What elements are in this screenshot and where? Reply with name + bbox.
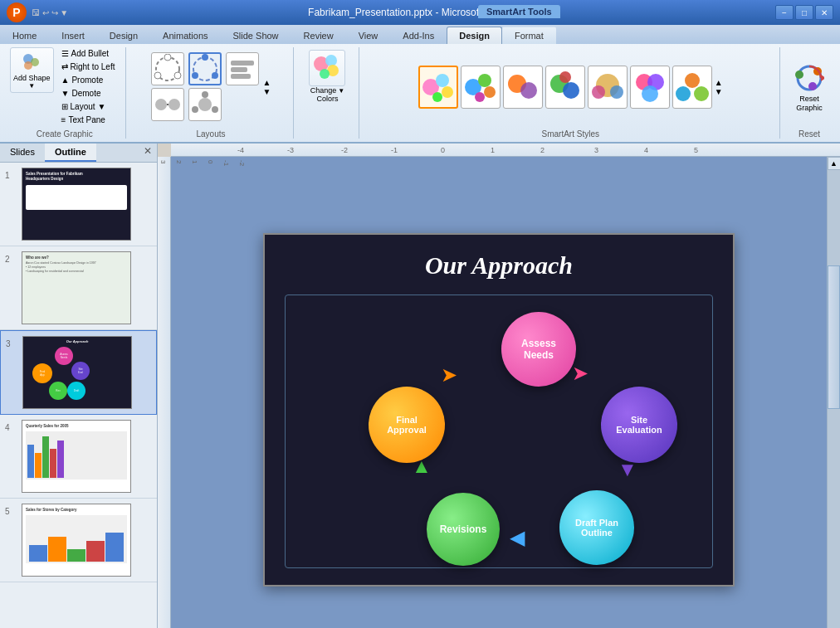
styles-scroll-up[interactable]: ▲ — [715, 78, 723, 87]
layout-swatch-1[interactable] — [151, 52, 184, 85]
style-swatches — [418, 66, 712, 109]
slide-canvas: Our Approach AssessNeeds ➤ SiteEvaluatio… — [263, 233, 735, 587]
tab-design[interactable]: Design — [97, 27, 150, 44]
svg-point-22 — [325, 55, 337, 66]
circle-final-approval[interactable]: FinalApproval — [369, 387, 445, 463]
tab-animations[interactable]: Animations — [150, 27, 220, 44]
slide-item-2[interactable]: 2 Who are we? Aaron Cox started Contoso … — [0, 246, 157, 330]
close-button[interactable]: ✕ — [815, 5, 833, 20]
small-buttons: ☰ Add Bullet ⇄ Right to Left ▲ Promote ▼… — [57, 47, 120, 126]
style-swatch-5[interactable] — [588, 66, 628, 109]
promote-icon: ▲ — [61, 75, 70, 85]
scroll-thumb[interactable] — [828, 265, 840, 409]
styles-scroll[interactable]: ▲ ▼ — [715, 78, 723, 96]
demote-button[interactable]: ▼ Demote — [57, 87, 120, 100]
vertical-scrollbar[interactable]: ▲ ▼ — [827, 157, 840, 628]
circle-assess-needs[interactable]: AssessNeeds — [501, 312, 576, 387]
draft-plan-label: Draft PlanOutline — [575, 518, 618, 538]
scroll-up-button[interactable]: ▲ — [828, 157, 841, 170]
canvas-wrapper: -4 -3 -2 -1 0 1 2 3 4 5 -2-10123 Our App… — [158, 144, 840, 628]
svg-point-8 — [202, 54, 208, 61]
layouts-group: ▲ ▼ Layouts — [128, 47, 294, 139]
svg-point-45 — [676, 86, 691, 101]
tab-smartart-format[interactable]: Format — [502, 27, 556, 44]
scroll-track[interactable] — [828, 170, 840, 628]
svg-point-5 — [174, 72, 181, 79]
slide-canvas-area[interactable]: Our Approach AssessNeeds ➤ SiteEvaluatio… — [171, 157, 827, 628]
svg-point-31 — [484, 86, 496, 98]
style-swatch-6[interactable] — [630, 66, 670, 109]
slide-thumb-1: Sales Presentation for FabrikamHeadquart… — [22, 168, 131, 241]
maximize-button[interactable]: □ — [795, 5, 813, 20]
svg-point-2 — [24, 61, 32, 70]
colors-group: Change ▼ Colors — [295, 47, 359, 139]
minimize-button[interactable]: − — [775, 5, 794, 20]
colors-label: Colors — [316, 95, 338, 103]
style-swatch-7[interactable] — [672, 66, 712, 109]
slide-item-3[interactable]: 3 Our Approach AssessNeeds SiteEval Draf… — [0, 330, 157, 415]
style-swatch-2[interactable] — [461, 66, 501, 109]
title-bar-left: P 🖫 ↩ ↪ ▼ — [7, 2, 68, 22]
style-swatch-1[interactable] — [418, 66, 458, 109]
circle-site-evaluation[interactable]: SiteEvaluation — [601, 387, 677, 463]
slide-title: Our Approach — [265, 235, 733, 288]
tab-review[interactable]: Review — [291, 27, 346, 44]
svg-point-20 — [192, 106, 198, 113]
text-pane-button[interactable]: ≡ Text Pane — [57, 114, 120, 126]
layouts-scroll[interactable]: ▲ ▼ — [263, 78, 271, 96]
svg-marker-51 — [821, 75, 824, 81]
promote-button[interactable]: ▲ Promote — [57, 74, 120, 86]
svg-point-36 — [563, 82, 579, 99]
tab-insert[interactable]: Insert — [49, 27, 97, 44]
slide-item-5[interactable]: 5 Sales for Stores by Category — [0, 499, 157, 582]
close-panel-button[interactable]: ✕ — [139, 144, 157, 162]
layout-swatch-4[interactable] — [151, 88, 184, 121]
slide-number-4: 4 — [5, 423, 17, 432]
style-swatch-3[interactable] — [503, 66, 543, 109]
change-colors-button[interactable]: Change ▼ Colors — [302, 47, 352, 105]
arrow-site-to-draft: ▼ — [618, 458, 637, 481]
circle-draft-plan[interactable]: Draft PlanOutline — [559, 490, 634, 565]
canvas-scroll-area: -2-10123 Our Approach AssessNeeds ➤ — [158, 157, 840, 628]
tab-view[interactable]: View — [346, 27, 391, 44]
svg-point-9 — [212, 72, 218, 79]
tab-smartart-design[interactable]: Design — [447, 27, 502, 44]
svg-point-48 — [795, 71, 803, 79]
layouts-scroll-down[interactable]: ▼ — [263, 87, 271, 96]
layout-swatch-5[interactable] — [188, 88, 222, 121]
style-swatch-4[interactable] — [545, 66, 585, 109]
assess-needs-label: AssessNeeds — [521, 338, 556, 361]
slide-item-1[interactable]: 1 Sales Presentation for FabrikamHeadqua… — [0, 163, 157, 246]
right-to-left-button[interactable]: ⇄ Right to Left — [57, 61, 120, 73]
add-bullet-button[interactable]: ☰ Add Bullet — [57, 47, 120, 60]
ruler-horizontal: -4 -3 -2 -1 0 1 2 3 4 5 — [171, 144, 840, 157]
circle-revisions[interactable]: Revisions — [427, 493, 500, 566]
layout-swatch-3[interactable] — [226, 52, 259, 85]
layout-button[interactable]: ⊞ Layout ▼ — [57, 100, 120, 113]
svg-point-43 — [642, 85, 658, 102]
arrow-draft-to-revisions: ◀ — [510, 526, 525, 549]
slide-item-4[interactable]: 4 Quarterly Sales for 2005 — [0, 415, 157, 499]
create-graphic-content: Add Shape ▼ ☰ Add Bullet ⇄ Right to Left… — [10, 47, 119, 126]
slide-number-5: 5 — [5, 507, 17, 516]
tab-slides[interactable]: Slides — [0, 144, 45, 162]
add-bullet-icon: ☰ — [61, 49, 69, 58]
reset-content: ResetGraphic — [789, 47, 830, 126]
tab-home[interactable]: Home — [0, 27, 49, 44]
tab-addins[interactable]: Add-Ins — [390, 27, 447, 44]
title-bar-controls[interactable]: − □ ✕ — [775, 5, 833, 20]
smartart-styles-group: ▲ ▼ SmartArt Styles — [361, 47, 780, 139]
slide-thumb-4: Quarterly Sales for 2005 — [22, 420, 131, 493]
styles-scroll-down[interactable]: ▼ — [715, 87, 723, 96]
svg-point-40 — [610, 85, 623, 99]
tab-outline[interactable]: Outline — [45, 144, 96, 162]
tab-slideshow[interactable]: Slide Show — [221, 27, 291, 44]
layouts-scroll-up[interactable]: ▲ — [263, 78, 271, 87]
layout-swatch-2[interactable] — [188, 52, 222, 85]
smartart-container[interactable]: AssessNeeds ➤ SiteEvaluation ▼ Draft Pla — [285, 295, 713, 568]
svg-point-24 — [320, 69, 330, 79]
slide-panel: Slides Outline ✕ 1 Sales Presentation fo… — [0, 144, 158, 628]
add-shape-button[interactable]: Add Shape ▼ — [10, 47, 54, 93]
ribbon-tabs: Home Insert Design Animations Slide Show… — [0, 25, 840, 44]
reset-graphic-button[interactable]: ResetGraphic — [789, 57, 830, 117]
